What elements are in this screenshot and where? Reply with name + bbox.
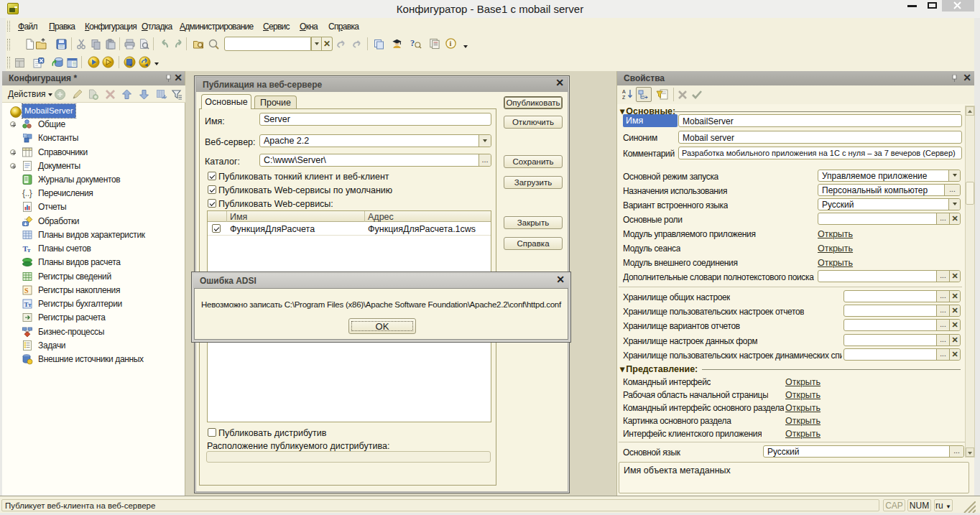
svg-text:{..}: {..} bbox=[22, 188, 32, 198]
svg-text:i: i bbox=[450, 40, 452, 47]
svg-text:Tт: Tт bbox=[24, 301, 32, 308]
svg-text:S: S bbox=[24, 287, 29, 294]
svg-text:Z: Z bbox=[622, 95, 626, 100]
svg-text:?: ? bbox=[410, 38, 415, 48]
svg-text:т: т bbox=[27, 246, 31, 254]
svg-text:A: A bbox=[622, 89, 626, 94]
